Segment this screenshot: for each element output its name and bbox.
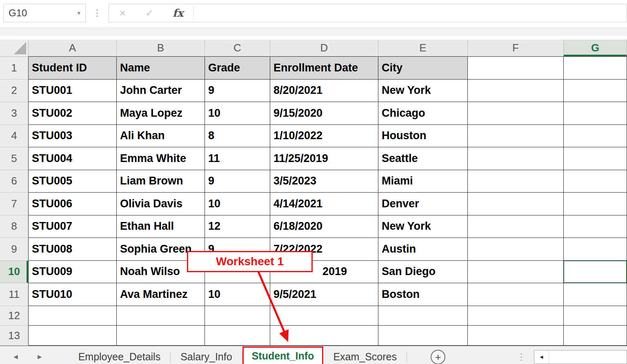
tab-scroll-right-icon[interactable]: ►	[36, 353, 43, 361]
row-header-5[interactable]: 5	[0, 147, 29, 170]
column-header-B[interactable]: B	[117, 40, 205, 57]
cell-C8[interactable]: 12	[205, 215, 270, 238]
cell-A5[interactable]: STU004	[29, 147, 117, 170]
row-header-9[interactable]: 9	[0, 238, 29, 261]
cell-E6[interactable]: Miami	[378, 170, 468, 193]
formula-bar-input[interactable]	[193, 4, 627, 22]
cell-A9[interactable]: STU008	[29, 238, 117, 261]
cell-F5[interactable]	[468, 147, 564, 170]
cell-G13[interactable]	[564, 326, 627, 346]
cell-G6[interactable]	[564, 170, 627, 193]
cell-F11[interactable]	[468, 283, 564, 306]
sheet-tab-salary-info[interactable]: Salary_Info	[171, 346, 242, 364]
cell-F1[interactable]	[468, 57, 564, 80]
cell-D8[interactable]: 6/18/2020	[270, 215, 378, 238]
row-header-4[interactable]: 4	[0, 125, 29, 148]
cell-E13[interactable]	[378, 326, 468, 346]
cell-B4[interactable]: Ali Khan	[117, 125, 205, 148]
cell-C3[interactable]: 10	[205, 102, 270, 125]
cell-C13[interactable]	[205, 326, 270, 346]
row-header-11[interactable]: 11	[0, 283, 29, 306]
cell-E4[interactable]: Houston	[378, 125, 468, 148]
cell-G3[interactable]	[564, 102, 627, 125]
cell-C6[interactable]: 9	[205, 170, 270, 193]
row-header-7[interactable]: 7	[0, 193, 29, 215]
cell-B6[interactable]: Liam Brown	[117, 170, 205, 193]
cell-E9[interactable]: Austin	[378, 238, 468, 261]
row-header-13[interactable]: 13	[0, 326, 29, 346]
cell-C2[interactable]: 9	[205, 80, 270, 102]
cell-E7[interactable]: Denver	[378, 193, 468, 215]
column-header-F[interactable]: F	[468, 40, 564, 57]
cell-F9[interactable]	[468, 238, 564, 261]
column-header-E[interactable]: E	[378, 40, 468, 57]
new-sheet-button[interactable]: +	[431, 350, 445, 364]
sheet-tab-student-info[interactable]: Student_Info	[242, 346, 324, 364]
cell-A2[interactable]: STU001	[29, 80, 117, 102]
cell-D12[interactable]	[270, 306, 378, 326]
cell-A1[interactable]: Student ID	[29, 57, 117, 80]
cell-E3[interactable]: Chicago	[378, 102, 468, 125]
cell-F7[interactable]	[468, 193, 564, 215]
cell-C1[interactable]: Grade	[205, 57, 270, 80]
cell-D4[interactable]: 1/10/2022	[270, 125, 378, 148]
cell-B5[interactable]: Emma White	[117, 147, 205, 170]
sheet-tab-employee-details[interactable]: Employee_Details	[69, 346, 171, 364]
cell-D5[interactable]: 11/25/2019	[270, 147, 378, 170]
cell-A13[interactable]	[29, 326, 117, 346]
cell-B13[interactable]	[117, 326, 205, 346]
name-box-dropdown-icon[interactable]: ▾	[77, 9, 80, 17]
cell-F8[interactable]	[468, 215, 564, 238]
name-box[interactable]: G10 ▾	[3, 4, 86, 22]
cell-A7[interactable]: STU006	[29, 193, 117, 215]
cell-G2[interactable]	[564, 80, 627, 102]
row-header-2[interactable]: 2	[0, 80, 29, 102]
cell-G11[interactable]	[564, 283, 627, 306]
horizontal-scrollbar[interactable]: ◄	[534, 350, 627, 364]
column-header-G[interactable]: G	[564, 40, 627, 57]
cell-E2[interactable]: New York	[378, 80, 468, 102]
row-header-3[interactable]: 3	[0, 102, 29, 125]
row-header-6[interactable]: 6	[0, 170, 29, 193]
cell-A6[interactable]: STU005	[29, 170, 117, 193]
cell-F13[interactable]	[468, 326, 564, 346]
cell-F6[interactable]	[468, 170, 564, 193]
cell-F2[interactable]	[468, 80, 564, 102]
cell-C12[interactable]	[205, 306, 270, 326]
cell-G1[interactable]	[564, 57, 627, 80]
cell-B12[interactable]	[117, 306, 205, 326]
scroll-left-icon[interactable]: ◄	[534, 351, 549, 364]
cell-D2[interactable]: 8/20/2021	[270, 80, 378, 102]
cell-E11[interactable]: Boston	[378, 283, 468, 306]
row-header-10[interactable]: 10	[0, 261, 29, 284]
cancel-icon[interactable]: ×	[109, 7, 136, 20]
cell-D1[interactable]: Enrollment Date	[270, 57, 378, 80]
cell-G4[interactable]	[564, 125, 627, 148]
cell-A10[interactable]: STU009	[29, 261, 117, 284]
cell-A3[interactable]: STU002	[29, 102, 117, 125]
cell-C5[interactable]: 11	[205, 147, 270, 170]
cell-A12[interactable]	[29, 306, 117, 326]
insert-function-icon[interactable]: fx	[163, 7, 193, 19]
cell-F12[interactable]	[468, 306, 564, 326]
column-header-C[interactable]: C	[205, 40, 270, 57]
cell-E12[interactable]	[378, 306, 468, 326]
cell-D13[interactable]	[270, 326, 378, 346]
column-header-A[interactable]: A	[29, 40, 117, 57]
cell-E5[interactable]: Seattle	[378, 147, 468, 170]
sheet-tab-exam-scores[interactable]: Exam_Scores	[323, 346, 407, 364]
cell-A4[interactable]: STU003	[29, 125, 117, 148]
cell-G12[interactable]	[564, 306, 627, 326]
scrollbar-track[interactable]	[549, 351, 627, 364]
cell-D3[interactable]: 9/15/2020	[270, 102, 378, 125]
cell-D6[interactable]: 3/5/2023	[270, 170, 378, 193]
column-header-D[interactable]: D	[270, 40, 378, 57]
cell-G7[interactable]	[564, 193, 627, 215]
cell-D11[interactable]: 9/5/2021	[270, 283, 378, 306]
cell-F3[interactable]	[468, 102, 564, 125]
cell-B2[interactable]: John Carter	[117, 80, 205, 102]
cell-F10[interactable]	[468, 261, 564, 284]
cell-G9[interactable]	[564, 238, 627, 261]
cell-C4[interactable]: 8	[205, 125, 270, 148]
enter-icon[interactable]: ✓	[136, 7, 163, 19]
